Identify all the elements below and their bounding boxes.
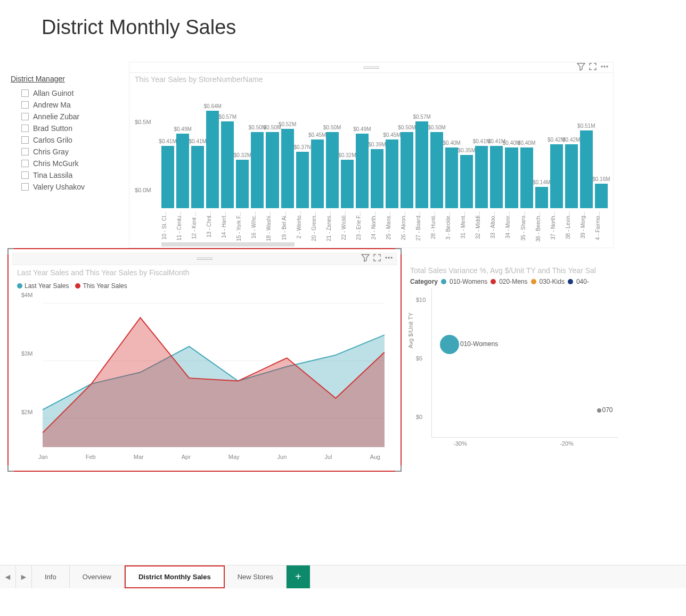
bar[interactable]: $0.57M bbox=[221, 121, 234, 208]
slicer-title: District Manager bbox=[7, 75, 119, 83]
scatter-chart-visual[interactable]: Total Sales Variance %, Avg $/Unit TY an… bbox=[410, 266, 618, 453]
slicer-checkbox[interactable] bbox=[21, 89, 29, 97]
slicer-checkbox[interactable] bbox=[21, 101, 29, 109]
x-axis-tick: 38 - Lexin... bbox=[565, 211, 578, 254]
bar[interactable]: $0.35M bbox=[460, 155, 473, 208]
bar-value-label: $0.32M bbox=[338, 152, 356, 158]
focus-mode-icon[interactable] bbox=[589, 62, 597, 73]
legend-label[interactable]: 010-Womens bbox=[450, 278, 487, 285]
bar[interactable]: $0.41M bbox=[191, 146, 204, 208]
filter-icon[interactable] bbox=[577, 62, 585, 73]
legend-label[interactable]: 020-Mens bbox=[499, 278, 527, 285]
slicer-checkbox[interactable] bbox=[21, 171, 29, 179]
page-tab[interactable]: Info bbox=[32, 565, 70, 588]
bar-value-label: $0.52M bbox=[279, 121, 296, 127]
bar-value-label: $0.14M bbox=[533, 179, 550, 185]
x-axis-tick: 25 - Mans... bbox=[386, 211, 398, 254]
x-axis-tick: 20 - Green... bbox=[311, 211, 324, 254]
bar[interactable]: $0.45M bbox=[311, 139, 324, 208]
bar-value-label: $0.57M bbox=[219, 114, 236, 120]
x-axis-tick: Feb bbox=[86, 454, 96, 460]
page-tab[interactable]: District Monthly Sales bbox=[125, 565, 225, 588]
more-options-icon[interactable] bbox=[600, 62, 609, 73]
tab-prev-button[interactable]: ◄ bbox=[0, 565, 16, 588]
bar[interactable]: $0.57M bbox=[415, 121, 428, 208]
bar[interactable]: $0.32M bbox=[236, 160, 249, 208]
slicer-item[interactable]: Chris Gray bbox=[7, 146, 119, 158]
slicer-item[interactable]: Chris McGurk bbox=[7, 158, 119, 169]
scatter-legend: Category010-Womens020-Mens030-Kids040- bbox=[410, 275, 618, 289]
bar[interactable]: $0.40M bbox=[505, 147, 518, 208]
bar[interactable]: $0.39M bbox=[371, 149, 383, 208]
slicer-item[interactable]: Tina Lassila bbox=[7, 169, 119, 181]
bar[interactable]: $0.64M bbox=[206, 111, 219, 208]
bar[interactable]: $0.41M bbox=[490, 146, 503, 208]
x-axis-tick: 18 - Washi... bbox=[266, 211, 279, 254]
bar[interactable]: $0.42M bbox=[550, 144, 563, 208]
slicer-checkbox[interactable] bbox=[21, 125, 29, 132]
bar[interactable]: $0.40M bbox=[520, 147, 533, 208]
tab-next-button[interactable]: ► bbox=[16, 565, 32, 588]
focus-mode-icon[interactable] bbox=[373, 253, 381, 264]
scatter-point[interactable] bbox=[440, 335, 459, 354]
bar[interactable]: $0.50M bbox=[251, 132, 264, 208]
page-tab[interactable]: Overview bbox=[70, 565, 125, 588]
bar[interactable]: $0.16M bbox=[595, 184, 608, 208]
line-chart-visual-selected[interactable]: Last Year Sales and This Year Sales by F… bbox=[7, 248, 402, 472]
bar[interactable]: $0.50M bbox=[430, 132, 443, 208]
bar[interactable]: $0.49M bbox=[356, 134, 369, 208]
bar[interactable]: $0.41M bbox=[475, 146, 488, 208]
horizontal-scrollbar[interactable] bbox=[161, 242, 295, 247]
x-axis-tick: 22 - Wickli... bbox=[341, 211, 354, 254]
bar[interactable]: $0.50M bbox=[266, 132, 279, 208]
y-axis-tick: $0.0M bbox=[135, 187, 151, 193]
drag-handle-icon[interactable] bbox=[197, 258, 213, 260]
bar[interactable]: $0.49M bbox=[176, 134, 189, 208]
slicer-checkbox[interactable] bbox=[21, 136, 29, 144]
svg-point-0 bbox=[601, 66, 602, 67]
slicer-item[interactable]: Annelie Zubar bbox=[7, 111, 119, 122]
legend-label[interactable]: 040- bbox=[576, 278, 589, 285]
more-options-icon[interactable] bbox=[385, 253, 393, 264]
bar[interactable]: $0.42M bbox=[565, 144, 578, 208]
bar[interactable]: $0.14M bbox=[535, 187, 548, 208]
slicer-item[interactable]: Valery Ushakov bbox=[7, 181, 119, 193]
bar-value-label: $0.50M bbox=[428, 125, 445, 130]
bar-value-label: $0.45M bbox=[383, 132, 401, 138]
scatter-point[interactable] bbox=[597, 408, 601, 413]
slicer-checkbox[interactable] bbox=[21, 183, 29, 191]
y-axis-tick: $0.5M bbox=[135, 119, 151, 125]
bar[interactable]: $0.32M bbox=[341, 160, 354, 208]
slicer-label: Brad Sutton bbox=[33, 124, 72, 133]
bar[interactable]: $0.52M bbox=[281, 129, 294, 208]
slicer-item[interactable]: Andrew Ma bbox=[7, 99, 119, 111]
slicer-checkbox[interactable] bbox=[21, 160, 29, 167]
bar[interactable]: $0.40M bbox=[445, 147, 458, 208]
add-page-button[interactable]: + bbox=[287, 565, 310, 588]
slicer-checkbox[interactable] bbox=[21, 148, 29, 155]
bar[interactable]: $0.41M bbox=[161, 146, 174, 208]
page-tab[interactable]: New Stores bbox=[225, 565, 287, 588]
legend-label[interactable]: 030-Kids bbox=[540, 278, 565, 285]
bar[interactable]: $0.50M bbox=[326, 132, 339, 208]
legend-item[interactable]: This Year Sales bbox=[75, 282, 127, 290]
bar[interactable]: $0.51M bbox=[580, 130, 593, 208]
x-axis-tick: 13 - Chnt... bbox=[206, 211, 219, 254]
x-axis-tick: 3 - Beckle... bbox=[445, 211, 458, 254]
slicer-item[interactable]: Allan Guinot bbox=[7, 87, 119, 99]
bar[interactable]: $0.45M bbox=[386, 139, 398, 208]
slicer-item[interactable]: Brad Sutton bbox=[7, 122, 119, 134]
drag-handle-icon[interactable] bbox=[363, 67, 379, 69]
bar-value-label: $0.16M bbox=[592, 176, 610, 182]
filter-icon[interactable] bbox=[361, 253, 370, 264]
x-axis-tick: 2 - Weirto... bbox=[296, 211, 309, 254]
bar-value-label: $0.41M bbox=[159, 138, 176, 144]
scatter-chart-title: Total Sales Variance %, Avg $/Unit TY an… bbox=[410, 266, 618, 275]
legend-item[interactable]: Last Year Sales bbox=[17, 282, 69, 290]
bar-chart-visual[interactable]: This Year Sales by StoreNumberName $0.5M… bbox=[129, 62, 614, 248]
scatter-point-label: 070 bbox=[602, 406, 613, 414]
bar[interactable]: $0.37N bbox=[296, 152, 309, 208]
slicer-checkbox[interactable] bbox=[21, 113, 29, 120]
bar[interactable]: $0.50M bbox=[401, 132, 413, 208]
slicer-item[interactable]: Carlos Grilo bbox=[7, 134, 119, 146]
